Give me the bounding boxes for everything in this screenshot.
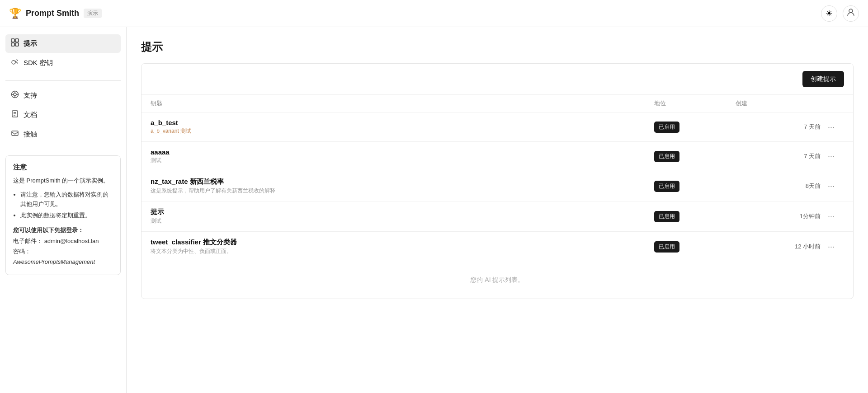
col-header-actions [826,99,844,108]
row-actions-cell: ··· [826,181,844,192]
prompts-table-container: 创建提示 钥匙 地位 创建 a_b_test a_b_variant 测试 已启… [141,63,854,299]
sidebar-item-docs[interactable]: 文档 [5,106,121,124]
sidebar-divider [5,80,121,81]
row-more-button[interactable]: ··· [826,241,836,253]
svg-rect-4 [15,43,19,46]
contact-icon [11,129,19,140]
row-key-name: tweet_classifier 推文分类器 [151,238,654,247]
sidebar-item-prompts-label: 提示 [24,39,37,48]
sidebar-item-contact-label: 接触 [24,130,37,139]
notice-title: 注意 [13,163,113,172]
row-key-name: aaaaa [151,148,654,156]
topbar: 🏆 Prompt Smith 演示 ☀ [0,0,868,27]
row-more-button[interactable]: ··· [826,181,836,192]
email-label: 电子邮件： [13,238,42,244]
svg-rect-2 [15,39,19,42]
topbar-right: ☀ [821,5,859,22]
table-row[interactable]: aaaaa 测试 已启用 7 天前 ··· [142,142,853,171]
empty-hint-text: 您的 AI 提示列表。 [142,262,853,299]
support-icon [11,90,19,101]
svg-rect-16 [12,131,18,136]
status-badge: 已启用 [654,181,679,192]
row-more-button[interactable]: ··· [826,211,836,222]
row-more-button[interactable]: ··· [826,122,836,133]
svg-point-7 [14,93,16,96]
status-badge: 已启用 [654,241,679,253]
col-header-status: 地位 [654,99,736,108]
theme-toggle-button[interactable]: ☀ [821,5,837,22]
table-row[interactable]: nz_tax_rate 新西兰税率 这是系统提示，帮助用户了解有关新西兰税收的解… [142,171,853,201]
row-more-button[interactable]: ··· [826,151,836,162]
status-badge: 已启用 [654,122,679,133]
col-header-created: 创建 [736,99,826,108]
user-menu-button[interactable] [843,5,859,22]
create-prompt-button[interactable]: 创建提示 [802,71,844,87]
row-status-cell: 已启用 [654,151,736,162]
page-title: 提示 [141,40,854,54]
sidebar-item-contact[interactable]: 接触 [5,125,121,144]
row-actions-cell: ··· [826,241,844,253]
notice-list-item: 请注意，您输入的数据将对实例的其他用户可见。 [20,190,113,209]
row-actions-cell: ··· [826,211,844,222]
password-value: AwesomePromptsManagement [13,258,95,265]
notice-list: 请注意，您输入的数据将对实例的其他用户可见。 此实例的数据将定期重置。 [13,190,113,220]
row-time: 12 小时前 [736,243,826,251]
sidebar-item-sdk-key-label: SDK 密钥 [24,59,53,67]
row-key-desc: 测试 [151,217,654,225]
table-row[interactable]: a_b_test a_b_variant 测试 已启用 7 天前 ··· [142,112,853,142]
row-key-desc: 这是系统提示，帮助用户了解有关新西兰税收的解释 [151,187,654,195]
sidebar-primary-section: 提示 SDK 密钥 [0,34,126,73]
row-key-cell: nz_tax_rate 新西兰税率 这是系统提示，帮助用户了解有关新西兰税收的解… [151,178,654,195]
row-key-cell: aaaaa 测试 [151,148,654,164]
password-label: 密码： [13,248,31,255]
credentials-title: 您可以使用以下凭据登录： [13,227,84,234]
svg-point-0 [849,9,853,13]
demo-badge: 演示 [84,9,102,18]
logo-icon: 🏆 [9,8,21,19]
status-badge: 已启用 [654,211,679,222]
col-header-key: 钥匙 [151,99,654,108]
row-key-cell: 提示 测试 [151,208,654,225]
table-header: 钥匙 地位 创建 [142,95,853,112]
notice-credentials: 您可以使用以下凭据登录： 电子邮件： admin@localhost.lan 密… [13,225,113,267]
sidebar: 提示 SDK 密钥 [0,27,127,393]
sidebar-item-sdk-key[interactable]: SDK 密钥 [5,54,121,72]
row-key-desc: a_b_variant 测试 [151,127,654,135]
row-key-name: a_b_test [151,119,654,126]
row-time: 1分钟前 [736,212,826,220]
notice-box: 注意 这是 PromptSmith 的一个演示实例。 请注意，您输入的数据将对实… [5,155,121,275]
main-layout: 提示 SDK 密钥 [0,27,868,393]
docs-icon [11,110,19,120]
row-key-desc: 将文本分类为中性、负面或正面。 [151,248,654,255]
row-actions-cell: ··· [826,122,844,133]
notice-list-item: 此实例的数据将定期重置。 [20,211,113,220]
topbar-left: 🏆 Prompt Smith 演示 [9,8,102,19]
row-key-name: nz_tax_rate 新西兰税率 [151,178,654,186]
row-time: 7 天前 [736,123,826,131]
sidebar-item-prompts[interactable]: 提示 [5,34,121,53]
row-actions-cell: ··· [826,151,844,162]
row-status-cell: 已启用 [654,122,736,133]
table-body: a_b_test a_b_variant 测试 已启用 7 天前 ··· aaa… [142,112,853,262]
table-toolbar: 创建提示 [142,64,853,95]
svg-rect-1 [11,39,14,42]
user-icon [846,8,855,19]
row-status-cell: 已启用 [654,211,736,222]
sidebar-item-support[interactable]: 支持 [5,86,121,105]
sdk-key-icon [11,58,19,68]
sun-icon: ☀ [826,9,833,19]
row-key-cell: a_b_test a_b_variant 测试 [151,119,654,135]
row-time: 8天前 [736,182,826,190]
sidebar-item-support-label: 支持 [24,91,37,100]
notice-desc: 这是 PromptSmith 的一个演示实例。 [13,176,113,186]
row-status-cell: 已启用 [654,241,736,253]
sidebar-secondary-section: 支持 文档 [0,86,126,145]
status-badge: 已启用 [654,151,679,162]
svg-point-5 [12,61,15,64]
table-row[interactable]: tweet_classifier 推文分类器 将文本分类为中性、负面或正面。 已… [142,232,853,262]
row-key-name: 提示 [151,208,654,216]
table-row[interactable]: 提示 测试 已启用 1分钟前 ··· [142,201,853,232]
svg-rect-3 [11,43,14,46]
email-value: admin@localhost.lan [44,238,99,244]
row-key-cell: tweet_classifier 推文分类器 将文本分类为中性、负面或正面。 [151,238,654,255]
